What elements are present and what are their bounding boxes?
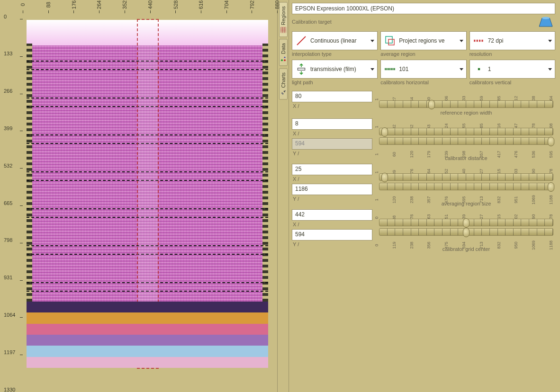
- calibrators-horizontal-select[interactable]: 101: [380, 60, 466, 79]
- chevron-down-icon: [370, 40, 374, 42]
- averaging-region-size-block: 25X /1186Y /1891762643524405276157037908…: [292, 164, 555, 206]
- tab-charts[interactable]: Charts: [279, 68, 288, 99]
- tab-data[interactable]: Data: [279, 39, 288, 66]
- transmissive-icon: [295, 63, 307, 75]
- ref-width-x-input[interactable]: 80: [292, 91, 372, 102]
- svg-marker-9: [539, 18, 552, 27]
- slider-thumb[interactable]: [381, 127, 388, 137]
- calibrator-distance-block: 8X /594Y /132629312415518521624727830816…: [292, 118, 555, 161]
- regions-icon: [384, 35, 396, 47]
- svg-rect-26: [478, 68, 479, 70]
- grid-icon: [280, 27, 286, 33]
- slider-thumb[interactable]: [548, 182, 554, 192]
- avg-size-y-slider[interactable]: [379, 183, 553, 190]
- svg-rect-19: [385, 68, 386, 70]
- resolution-select[interactable]: 72 dpi: [470, 31, 555, 50]
- dpi-icon: [473, 35, 485, 47]
- grid-center-x-input[interactable]: 442: [292, 209, 372, 221]
- svg-rect-15: [476, 40, 478, 42]
- cal-dist-y-input: 594: [292, 138, 372, 150]
- calibrators-vertical-select[interactable]: 1: [470, 60, 555, 79]
- avg-size-x-slider[interactable]: [379, 173, 553, 181]
- svg-rect-18: [298, 68, 305, 70]
- average-region-select[interactable]: Project regions ve: [380, 31, 466, 50]
- grid-center-x-slider[interactable]: [379, 219, 553, 226]
- ruler-horizontal: 088176264352440528616704792880: [23, 0, 277, 13]
- svg-rect-8: [281, 92, 284, 95]
- settings-panel: EPSON Expression 10000XL (EPSON) Calibra…: [289, 0, 560, 392]
- chevron-down-icon: [460, 40, 463, 42]
- reference-region-width-block: 80X /1275480106133159185212238264referen…: [292, 91, 555, 116]
- hbar-icon: [384, 63, 396, 75]
- preview-canvas[interactable]: [27, 20, 268, 368]
- light-path-select[interactable]: transmissive (film): [292, 60, 378, 79]
- svg-rect-12: [386, 36, 392, 43]
- vdot-icon: [473, 63, 485, 75]
- interpolation-type-select[interactable]: Continuous (linear: [292, 31, 378, 50]
- svg-point-6: [281, 60, 283, 62]
- ref-width-slider[interactable]: [379, 100, 553, 108]
- svg-rect-21: [388, 68, 389, 70]
- avg-size-x-input[interactable]: 25: [292, 164, 372, 175]
- dots-icon: [280, 56, 286, 62]
- svg-rect-23: [391, 68, 392, 70]
- calibration-target-label: Calibration target: [292, 19, 332, 25]
- grid-center-y-slider[interactable]: [379, 228, 553, 236]
- ruler-vertical: 0133266399532665798931106411971330: [0, 19, 23, 392]
- tab-regions[interactable]: Regions: [279, 2, 288, 37]
- svg-rect-13: [388, 39, 394, 45]
- chevron-down-icon: [548, 40, 552, 42]
- cal-dist-x-slider[interactable]: [379, 128, 553, 135]
- slider-thumb[interactable]: [463, 228, 470, 237]
- slider-thumb[interactable]: [428, 100, 435, 109]
- svg-marker-7: [284, 57, 286, 58]
- dropdown-row-2: transmissive (film) light path 101 calib…: [292, 60, 555, 85]
- line-icon: [295, 35, 307, 47]
- dropdown-row-1: Continuous (linear interpolation type Pr…: [292, 31, 555, 57]
- cal-dist-y-slider[interactable]: [379, 137, 553, 145]
- slider-thumb[interactable]: [381, 173, 388, 182]
- svg-rect-25: [394, 68, 395, 70]
- svg-rect-24: [393, 68, 394, 70]
- svg-point-10: [542, 17, 550, 19]
- svg-point-5: [284, 60, 286, 62]
- chevron-down-icon: [370, 68, 374, 71]
- svg-rect-0: [280, 27, 286, 33]
- chevron-down-icon: [548, 68, 552, 71]
- scan-preview[interactable]: 088176264352440528616704792880 013326639…: [0, 0, 278, 392]
- scanner-lamp-icon[interactable]: [536, 15, 555, 28]
- calibrator-grid-center-block: 442X /594Y /0881762633514395276157027908…: [292, 209, 555, 252]
- side-tabs: Regions Data Charts: [278, 0, 289, 392]
- svg-rect-16: [479, 40, 480, 42]
- grid-center-y-input[interactable]: 594: [292, 229, 372, 241]
- avg-size-y-input[interactable]: 1186: [292, 184, 372, 195]
- pencil-icon: [280, 89, 286, 95]
- slider-thumb[interactable]: [463, 218, 470, 228]
- svg-line-11: [297, 36, 306, 45]
- chevron-down-icon: [460, 68, 463, 71]
- svg-rect-22: [389, 68, 390, 70]
- slider-thumb[interactable]: [548, 137, 554, 146]
- svg-rect-20: [387, 68, 388, 70]
- cal-dist-x-input[interactable]: 8: [292, 118, 372, 130]
- device-name-field[interactable]: EPSON Expression 10000XL (EPSON): [292, 3, 555, 14]
- svg-rect-14: [474, 40, 475, 42]
- svg-rect-17: [481, 40, 483, 42]
